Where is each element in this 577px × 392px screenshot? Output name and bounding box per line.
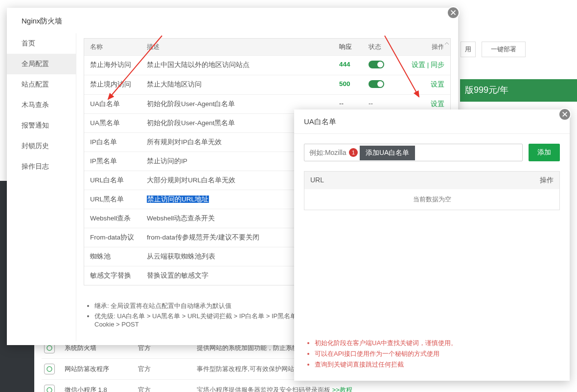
cell-name: IP黑名单 xyxy=(90,157,147,166)
sub-th-op: 操作 xyxy=(540,176,554,185)
cell-op: 设置 | 同步 xyxy=(403,61,444,70)
th-status: 状态 xyxy=(369,43,403,51)
tooltip: 添加UA白名单 xyxy=(360,146,415,160)
cell-name: IP白名单 xyxy=(90,138,147,147)
sidebar-item-0[interactable]: 首页 xyxy=(7,33,76,54)
toggle-switch[interactable] xyxy=(369,80,384,88)
one-click-deploy-button[interactable]: 一键部署 xyxy=(482,42,526,57)
row-author: 官方 xyxy=(138,386,187,392)
cell-name: 敏感文字替换 xyxy=(90,271,147,280)
modal-title: Nginx防火墙 xyxy=(7,8,458,33)
sidebar-item-5[interactable]: 封锁历史 xyxy=(7,136,76,156)
svg-point-2 xyxy=(47,388,52,392)
cell-status xyxy=(369,61,403,70)
cell-desc: 禁止大陆地区访问 xyxy=(147,80,339,89)
row-author: 官方 xyxy=(138,365,187,373)
cell-name: From-data协议 xyxy=(90,233,147,242)
step-badge: 1 xyxy=(349,148,358,157)
cell-name: UA白名单 xyxy=(90,100,147,109)
table-row: 禁止境内访问禁止大陆地区访问500设置 xyxy=(84,75,450,94)
bg-btn-partial[interactable]: 用 xyxy=(461,42,476,57)
op-link[interactable]: 设置 | 同步 xyxy=(412,61,444,68)
table-row: 禁止海外访问禁止中国大陆以外的地区访问站点444设置 | 同步 xyxy=(84,55,450,75)
row-icon xyxy=(44,364,55,374)
sidebar-item-1[interactable]: 全局配置 xyxy=(7,54,76,74)
bg-list-row: 微信小程序 1.8官方宝塔小程序提供服务器监控及安全扫码登录面板 >>教程 xyxy=(42,379,567,392)
th-op: 操作 xyxy=(403,43,444,51)
cell-name: 禁止海外访问 xyxy=(90,61,147,70)
th-name: 名称 xyxy=(90,43,147,51)
th-resp: 响应 xyxy=(339,43,369,51)
cell-status: -- xyxy=(369,100,403,109)
sidebar-item-4[interactable]: 报警通知 xyxy=(7,115,76,136)
tip-item: 可以在API接口使用作为一个秘钥的方式使用 xyxy=(315,349,560,358)
add-button[interactable]: 添加 xyxy=(529,144,560,161)
sub-th-url: URL xyxy=(310,176,324,185)
cell-name: 禁止境内访问 xyxy=(90,80,147,89)
sidebar-item-6[interactable]: 操作日志 xyxy=(7,156,76,177)
cell-name: URL白名单 xyxy=(90,176,147,185)
cell-name: Webshell查杀 xyxy=(90,214,147,223)
cell-name: URL黑名单 xyxy=(90,195,147,204)
cell-resp: -- xyxy=(339,100,369,109)
cell-op: 设置 xyxy=(403,100,444,109)
cell-resp: 500 xyxy=(339,80,369,89)
cell-desc: 禁止中国大陆以外的地区访问站点 xyxy=(147,61,339,70)
tips: 初始化阶段在客户端UA中查找关键词，谨慎使用。可以在API接口使用作为一个秘钥的… xyxy=(304,337,560,371)
price-banner: 版999元/年 xyxy=(460,79,577,102)
cell-op: 设置 xyxy=(403,80,444,89)
op-link[interactable]: 设置 xyxy=(431,81,444,88)
th-desc: 描述 xyxy=(147,43,339,51)
svg-point-0 xyxy=(47,346,52,350)
empty-text: 当前数据为空 xyxy=(304,189,559,210)
sidebar-item-3[interactable]: 木马查杀 xyxy=(7,95,76,115)
tip-item: 初始化阶段在客户端UA中查找关键词，谨慎使用。 xyxy=(315,339,560,348)
svg-point-1 xyxy=(47,367,52,371)
sidebar: 首页全局配置站点配置木马查杀报警通知封锁历史操作日志 xyxy=(7,33,76,341)
tip-item: 查询到关键词直接跳过任何拦截 xyxy=(315,360,560,369)
row-link[interactable]: >>教程 xyxy=(332,386,352,392)
cell-resp: 444 xyxy=(339,61,369,70)
sub-modal-title: UA白名单 xyxy=(294,109,570,134)
close-icon[interactable]: ✕ xyxy=(558,108,571,121)
row-title[interactable]: 微信小程序 1.8 xyxy=(65,386,128,392)
row-desc: 宝塔小程序提供服务器监控及安全扫码登录面板 >>教程 xyxy=(197,386,565,392)
cell-desc: 初始化阶段User-Agent白名单 xyxy=(147,100,339,109)
op-link[interactable]: 设置 xyxy=(431,100,444,108)
cell-status xyxy=(369,80,403,89)
row-icon xyxy=(44,385,55,392)
cell-name: 蜘蛛池 xyxy=(90,252,147,261)
ua-whitelist-modal: UA白名单 ✕ 1 添加UA白名单 添加 URL 操作 当前数据为空 初始化阶段… xyxy=(294,109,570,381)
cell-name: UA黑名单 xyxy=(90,119,147,128)
close-icon[interactable]: ✕ xyxy=(447,6,460,19)
sidebar-item-2[interactable]: 站点配置 xyxy=(7,74,76,95)
toggle-switch[interactable] xyxy=(369,61,384,68)
row-title[interactable]: 网站防篡改程序 xyxy=(65,365,128,373)
